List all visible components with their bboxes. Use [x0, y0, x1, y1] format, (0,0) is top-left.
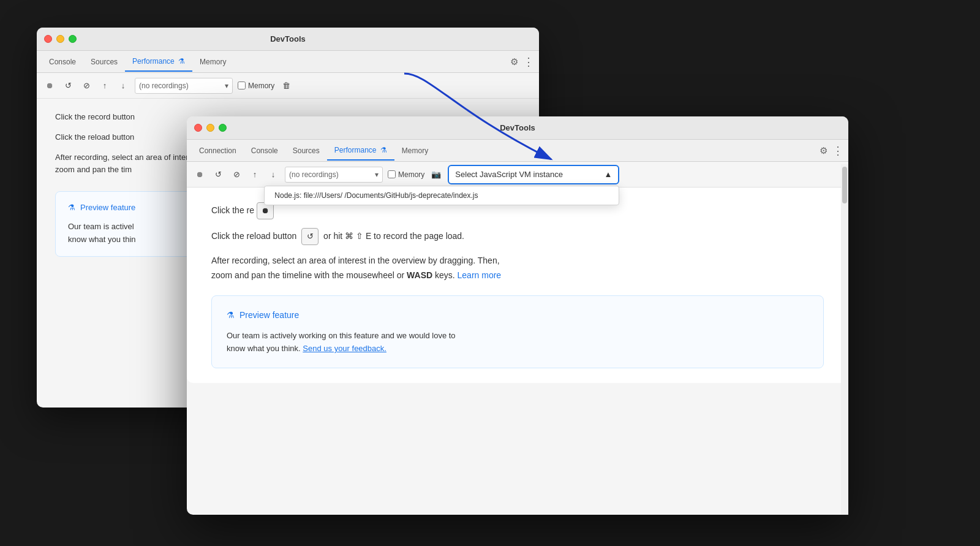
bg-delete-button[interactable]: 🗑 — [279, 79, 293, 93]
bg-titlebar: DevTools — [37, 28, 539, 51]
fg-titlebar: DevTools — [187, 116, 848, 140]
fg-close-button[interactable] — [194, 124, 202, 132]
fg-learn-more-link[interactable]: Learn more — [458, 270, 502, 280]
vm-dropdown-menu: Node.js: file:///Users/ /Documents/GitHu… — [264, 186, 619, 205]
bg-reload-button[interactable]: ↺ — [61, 79, 75, 93]
bg-more-icon[interactable]: ⋮ — [523, 55, 534, 69]
fg-tab-memory[interactable]: Memory — [394, 142, 435, 160]
fg-more-icon[interactable]: ⋮ — [832, 144, 843, 157]
fg-dropdown-chevron: ▾ — [375, 170, 379, 179]
fg-capture-button[interactable]: 📷 — [429, 168, 443, 181]
bg-stop-button[interactable]: ⊘ — [80, 79, 93, 93]
fg-toolbar: ⏺ ↺ ⊘ ↑ ↓ (no recordings) ▾ Memory 📷 Sel… — [187, 162, 848, 188]
fg-record-button[interactable]: ⏺ — [193, 168, 206, 181]
fg-window-title: DevTools — [500, 123, 535, 132]
fg-settings-icon[interactable]: ⚙ — [820, 145, 827, 156]
bg-dropdown-chevron: ▾ — [225, 82, 228, 90]
fg-content: Click the re⏺ Click the reload button ↺ … — [187, 188, 848, 383]
fg-after-recording: After recording, select an area of inter… — [211, 254, 824, 283]
fg-minimize-button[interactable] — [206, 124, 214, 132]
fg-reload-button[interactable]: ↺ — [211, 168, 225, 181]
fg-reload-line: Click the reload button ↺ or hit ⌘ ⇧ E t… — [211, 228, 824, 245]
bg-memory-checkbox-area: Memory — [238, 82, 274, 90]
fg-tabs-bar: Connection Console Sources Performance ⚗… — [187, 140, 848, 162]
vm-select-chevron: ▲ — [604, 170, 612, 179]
fg-maximize-button[interactable] — [219, 124, 227, 132]
bg-window-title: DevTools — [270, 34, 306, 44]
fg-memory-checkbox[interactable] — [388, 170, 396, 178]
bg-flask-icon: ⚗ — [68, 202, 75, 214]
fg-tab-icons: ⚙ ⋮ — [820, 144, 843, 157]
vm-dropdown-item-nodejs[interactable]: Node.js: file:///Users/ /Documents/GitHu… — [265, 186, 619, 205]
bg-traffic-lights — [44, 35, 77, 43]
fg-inner: DevTools Connection Console Sources Perf… — [187, 116, 848, 383]
fg-preview-feature-box: ⚗ Preview feature Our team is actively w… — [211, 295, 824, 368]
fg-tab-performance[interactable]: Performance ⚗ — [327, 141, 394, 161]
bg-record-button[interactable]: ⏺ — [43, 79, 56, 93]
vm-select-container: Select JavaScript VM instance ▲ Node.js:… — [448, 165, 619, 184]
fg-memory-checkbox-area: Memory — [388, 170, 424, 179]
vm-select-dropdown[interactable]: Select JavaScript VM instance ▲ — [448, 165, 619, 184]
fg-tab-connection[interactable]: Connection — [192, 142, 244, 160]
bg-toolbar: ⏺ ↺ ⊘ ↑ ↓ (no recordings) ▾ Memory 🗑 — [37, 73, 539, 99]
foreground-devtools-window: DevTools Connection Console Sources Perf… — [187, 116, 848, 515]
fg-tab-console[interactable]: Console — [244, 142, 285, 160]
bg-tab-console[interactable]: Console — [42, 53, 83, 71]
bg-upload-button[interactable]: ↑ — [98, 79, 111, 93]
bg-tab-performance[interactable]: Performance ⚗ — [125, 52, 192, 72]
bg-memory-checkbox[interactable] — [238, 82, 246, 89]
fg-send-feedback-link[interactable]: Send us your feedback. — [303, 344, 386, 353]
bg-tab-icons: ⚙ ⋮ — [510, 55, 534, 69]
bg-close-button[interactable] — [44, 35, 52, 43]
fg-preview-feature-header: ⚗ Preview feature — [227, 308, 809, 323]
bg-tabs-bar: Console Sources Performance ⚗ Memory ⚙ ⋮ — [37, 51, 539, 73]
fg-tab-sources[interactable]: Sources — [285, 142, 327, 160]
fg-scrollbar[interactable] — [841, 164, 848, 383]
bg-tab-memory[interactable]: Memory — [192, 53, 233, 71]
bg-maximize-button[interactable] — [69, 35, 77, 43]
bg-settings-icon[interactable]: ⚙ — [510, 56, 518, 67]
fg-scrollbar-thumb — [842, 167, 847, 203]
fg-flask-icon: ⚗ — [227, 308, 235, 323]
bg-performance-flask-icon: ⚗ — [178, 57, 185, 66]
fg-performance-flask-icon: ⚗ — [380, 146, 387, 154]
fg-traffic-lights — [194, 124, 227, 132]
fg-preview-feature-text: Our team is actively working on this fea… — [227, 330, 809, 355]
bg-recordings-dropdown[interactable]: (no recordings) ▾ — [135, 78, 233, 94]
bg-minimize-button[interactable] — [56, 35, 64, 43]
bg-download-button[interactable]: ↓ — [116, 79, 130, 93]
fg-stop-button[interactable]: ⊘ — [230, 168, 243, 181]
fg-upload-button[interactable]: ↑ — [248, 168, 262, 181]
fg-recordings-dropdown[interactable]: (no recordings) ▾ — [285, 167, 383, 183]
fg-reload-btn-inline: ↺ — [301, 228, 318, 245]
fg-download-button[interactable]: ↓ — [266, 168, 280, 181]
bg-tab-sources[interactable]: Sources — [83, 53, 125, 71]
